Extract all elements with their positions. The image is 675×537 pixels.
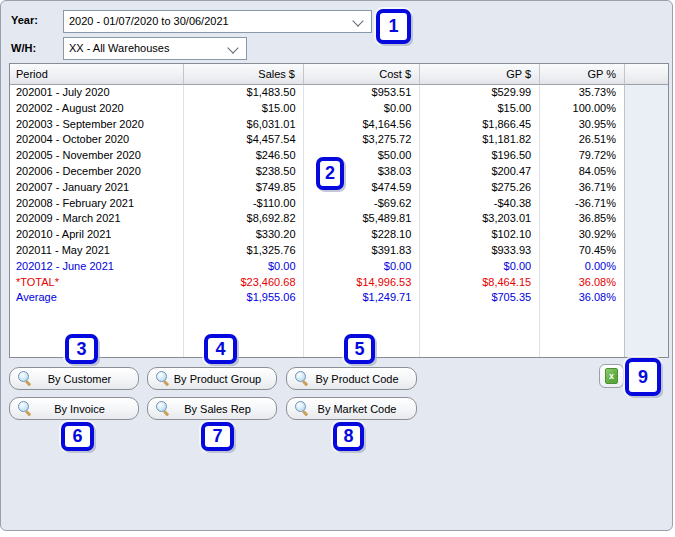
annotation-9: 9 <box>625 358 661 396</box>
cell-gp: $3,203.01 <box>419 211 539 227</box>
export-excel-button[interactable]: x <box>599 364 624 388</box>
cell-gp: $200.47 <box>419 164 539 180</box>
table-row[interactable]: 202010 - April 2021$330.20$228.10$102.10… <box>10 227 624 243</box>
annotation-4: 4 <box>204 334 237 364</box>
button-label: By Market Code <box>310 403 416 415</box>
cell-period: 202009 - March 2021 <box>10 211 184 227</box>
cell-gp: $1,866.45 <box>419 117 539 133</box>
cell-period: Average <box>10 290 184 306</box>
cell-sales: $8,692.82 <box>184 211 304 227</box>
chevron-down-icon <box>352 15 363 26</box>
button-label: By Product Code <box>310 373 416 385</box>
cell-gp: 36.71% <box>539 180 624 196</box>
column-header-sales[interactable]: Sales $ <box>184 64 304 85</box>
by-market-code-button[interactable]: By Market Code <box>286 397 417 420</box>
cell-gp: 36.08% <box>539 290 624 306</box>
cell-cost: $953.51 <box>304 85 420 101</box>
warehouse-select[interactable]: XX - All Warehouses <box>63 37 247 60</box>
cell-gp: $529.99 <box>419 85 539 101</box>
column-header-gp[interactable]: GP $ <box>420 64 540 85</box>
cell-period: *TOTAL* <box>10 275 184 291</box>
cell-sales: $1,483.50 <box>184 85 304 101</box>
cell-sales: -$110.00 <box>184 196 304 212</box>
cell-gp: 35.73% <box>539 85 624 101</box>
annotation-5: 5 <box>344 334 375 364</box>
table-row[interactable]: Average$1,955.06$1,249.71$705.3536.08% <box>10 290 624 306</box>
magnifier-icon <box>18 401 33 416</box>
table-row[interactable]: *TOTAL*$23,460.68$14,996.53$8,464.1536.0… <box>10 275 624 291</box>
cell-period: 202001 - July 2020 <box>10 85 184 101</box>
annotation-6: 6 <box>61 422 94 451</box>
annotation-3: 3 <box>65 334 98 364</box>
table-row[interactable]: 202008 - February 2021-$110.00-$69.62-$4… <box>10 196 624 212</box>
table-row[interactable]: 202011 - May 2021$1,325.76$391.83$933.93… <box>10 243 624 259</box>
cell-gp: 0.00% <box>539 259 624 275</box>
table-header: PeriodSales $Cost $GP $GP % <box>10 64 668 85</box>
button-label: By Sales Rep <box>171 403 276 415</box>
year-select[interactable]: 2020 - 01/07/2020 to 30/06/2021 <box>63 10 372 33</box>
button-label: By Product Group <box>171 373 276 385</box>
cell-gp: $275.26 <box>419 180 539 196</box>
cell-gp: $933.93 <box>419 243 539 259</box>
cell-gp: 84.05% <box>539 164 624 180</box>
column-header-filler <box>625 64 668 85</box>
table-row[interactable]: 202003 - September 2020$6,031.01$4,164.5… <box>10 117 624 133</box>
cell-cost: $5,489.81 <box>304 211 420 227</box>
column-header-cost[interactable]: Cost $ <box>304 64 420 85</box>
cell-gp: 79.72% <box>539 148 624 164</box>
cell-cost: $228.10 <box>304 227 420 243</box>
warehouse-select-value: XX - All Warehouses <box>69 42 169 54</box>
magnifier-icon <box>295 401 310 416</box>
cell-sales: $238.50 <box>184 164 304 180</box>
magnifier-icon <box>156 371 171 386</box>
by-product-code-button[interactable]: By Product Code <box>286 367 417 390</box>
cell-gp: 36.08% <box>539 275 624 291</box>
table-row[interactable]: 202009 - March 2021$8,692.82$5,489.81$3,… <box>10 211 624 227</box>
cell-sales: $330.20 <box>184 227 304 243</box>
excel-icon: x <box>605 368 618 384</box>
cell-sales: $1,325.76 <box>184 243 304 259</box>
cell-gp: 30.92% <box>539 227 624 243</box>
cell-period: 202002 - August 2020 <box>10 101 184 117</box>
table-body: 202001 - July 2020$1,483.50$953.51$529.9… <box>10 85 625 357</box>
cell-cost: $14,996.53 <box>304 275 420 291</box>
button-label: By Invoice <box>33 403 138 415</box>
by-customer-button[interactable]: By Customer <box>9 367 139 390</box>
cell-gp: $1,181.82 <box>419 132 539 148</box>
cell-sales: $1,955.06 <box>184 290 304 306</box>
column-header-period[interactable]: Period <box>10 64 184 85</box>
magnifier-icon <box>156 401 171 416</box>
cell-period: 202005 - November 2020 <box>10 148 184 164</box>
cell-sales: $15.00 <box>184 101 304 117</box>
annotation-8: 8 <box>333 422 364 451</box>
cell-cost: $4,164.56 <box>304 117 420 133</box>
cell-period: 202010 - April 2021 <box>10 227 184 243</box>
by-product-group-button[interactable]: By Product Group <box>147 367 277 390</box>
by-invoice-button[interactable]: By Invoice <box>9 397 139 420</box>
cell-sales: $246.50 <box>184 148 304 164</box>
cell-gp: 36.85% <box>539 211 624 227</box>
cell-sales: $0.00 <box>184 259 304 275</box>
magnifier-icon <box>295 371 310 386</box>
cell-cost: -$69.62 <box>304 196 420 212</box>
cell-period: 202004 - October 2020 <box>10 132 184 148</box>
report-panel: Year: 2020 - 01/07/2020 to 30/06/2021 W/… <box>0 0 673 531</box>
cell-gp: 26.51% <box>539 132 624 148</box>
cell-period: 202012 - June 2021 <box>10 259 184 275</box>
annotation-1: 1 <box>376 9 411 44</box>
cell-gp: $8,464.15 <box>419 275 539 291</box>
cell-period: 202011 - May 2021 <box>10 243 184 259</box>
table-row[interactable]: 202004 - October 2020$4,457.54$3,275.72$… <box>10 132 624 148</box>
cell-sales: $23,460.68 <box>184 275 304 291</box>
table-row[interactable]: 202012 - June 2021$0.00$0.00$0.000.00% <box>10 259 624 275</box>
table-row[interactable]: 202002 - August 2020$15.00$0.00$15.00100… <box>10 101 624 117</box>
by-sales-rep-button[interactable]: By Sales Rep <box>147 397 277 420</box>
column-header-gp[interactable]: GP % <box>540 64 625 85</box>
chevron-down-icon <box>227 42 238 53</box>
table-row[interactable]: 202001 - July 2020$1,483.50$953.51$529.9… <box>10 85 624 101</box>
cell-sales: $4,457.54 <box>184 132 304 148</box>
cell-period: 202003 - September 2020 <box>10 117 184 133</box>
cell-gp: -$40.38 <box>419 196 539 212</box>
cell-cost: $0.00 <box>304 101 420 117</box>
annotation-7: 7 <box>201 422 234 451</box>
